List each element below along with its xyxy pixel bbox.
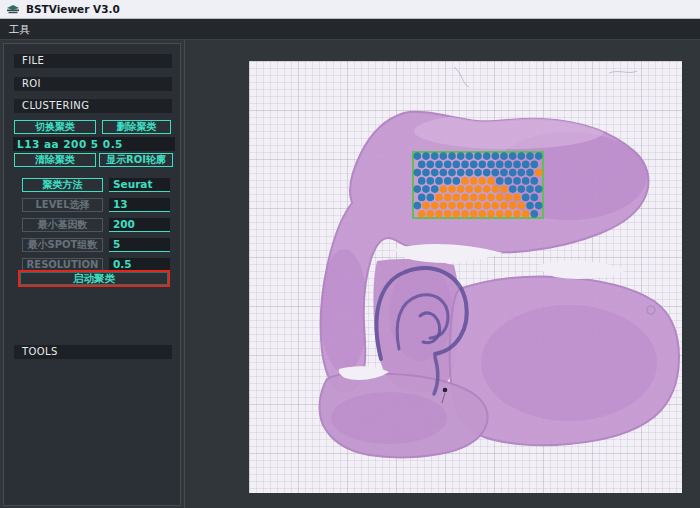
slide-canvas[interactable] xyxy=(249,61,682,493)
window-title: BSTViewer V3.0 xyxy=(26,3,120,15)
min-spot-group-field[interactable]: 5 xyxy=(109,238,170,252)
panel-header-roi[interactable]: ROI xyxy=(14,77,172,91)
min-gene-count-button: 最小基因数 xyxy=(22,218,103,232)
app-icon xyxy=(6,3,21,15)
switch-cluster-button[interactable]: 切换聚类 xyxy=(14,120,96,134)
work-area: FILE ROI CLUSTERING 切换聚类 删除聚类 L13 aa 200… xyxy=(0,39,700,508)
run-clustering-button[interactable]: 启动聚类 xyxy=(18,270,170,287)
app-window: BSTViewer V3.0 工具 FILE ROI CLUSTERING 切换… xyxy=(0,0,700,508)
show-roi-outline-button[interactable]: 显示ROI轮廓 xyxy=(99,153,173,167)
panel-header-tools[interactable]: TOOLS xyxy=(14,345,172,359)
sidebar: FILE ROI CLUSTERING 切换聚类 删除聚类 L13 aa 200… xyxy=(3,43,181,506)
cluster-method-field[interactable]: Seurat xyxy=(109,178,170,192)
cluster-list-item[interactable]: L13 aa 200 5 0.5 xyxy=(13,137,175,151)
level-select-button: LEVEL选择 xyxy=(22,198,103,212)
cluster-method-button[interactable]: 聚类方法 xyxy=(22,178,103,192)
viewer-panel xyxy=(184,40,700,508)
title-bar: BSTViewer V3.0 xyxy=(0,0,700,19)
panel-header-file[interactable]: FILE xyxy=(14,54,172,68)
level-select-field[interactable]: 13 xyxy=(109,198,170,212)
delete-cluster-button[interactable]: 删除聚类 xyxy=(102,120,171,134)
menu-tools[interactable]: 工具 xyxy=(0,19,39,39)
menu-bar: 工具 xyxy=(0,19,700,39)
tissue-section-image xyxy=(249,61,682,493)
min-spot-group-button: 最小SPOT组数 xyxy=(22,238,103,252)
min-gene-count-field[interactable]: 200 xyxy=(109,218,170,232)
panel-header-clustering[interactable]: CLUSTERING xyxy=(14,99,172,113)
clear-cluster-button[interactable]: 清除聚类 xyxy=(14,153,96,167)
